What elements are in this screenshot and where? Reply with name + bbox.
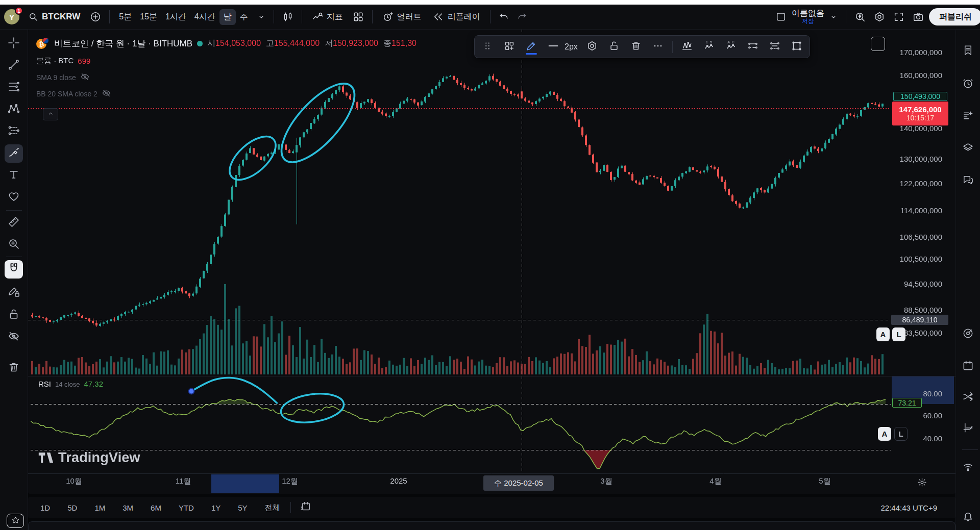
notifications-panel[interactable] [959,508,977,526]
alert-button[interactable]: 얼러트 [378,9,426,25]
range-button-1M[interactable]: 1M [89,501,110,514]
order-flow-panel[interactable] [959,388,977,407]
settings-button[interactable] [871,9,888,25]
watchlist-panel[interactable] [959,42,977,60]
divider [372,10,373,23]
price-scale-auto-button[interactable]: A [876,327,890,341]
parallel-lines-button[interactable] [767,39,782,55]
pane-maximize-button[interactable] [871,37,885,51]
interval-button-주[interactable]: 주 [236,9,252,25]
range-button-1D[interactable]: 1D [35,501,55,514]
crosshair-tool[interactable] [5,35,23,53]
text-tool[interactable] [5,166,23,185]
volume-legend-row: 볼륨 · BTC 699 [36,54,416,67]
replay-button[interactable]: 리플레이 [428,9,485,25]
favorites-toolbar-toggle[interactable] [7,514,24,528]
calendar-panel[interactable] [959,357,977,375]
hotlists-panel[interactable] [959,107,977,125]
alerts-panel[interactable] [959,75,977,93]
drawing-templates-button[interactable] [502,39,517,55]
eye-off-icon[interactable] [102,88,111,99]
delete-button[interactable] [628,39,644,55]
time-axis-settings-icon[interactable] [917,477,927,489]
emoji-tool[interactable] [5,188,23,207]
rectangle-tool-button[interactable] [789,39,804,55]
quick-search-button[interactable] [851,9,869,25]
zoom-in-tool[interactable] [5,236,23,254]
layout-button[interactable] [772,9,790,25]
more-button[interactable] [650,39,666,55]
remove-drawings-tool[interactable] [5,359,23,377]
drag-handle[interactable] [480,39,495,55]
last-price-label: 150,493,000 [893,92,947,101]
trend-line-tool[interactable] [5,57,23,75]
interval-button-날[interactable]: 날 [219,9,236,25]
user-avatar[interactable]: Y 1 [4,9,19,24]
price-tick: 83,500,000 [904,329,942,338]
rsi-scale-log-button[interactable]: L [894,427,908,441]
bottom-toolbar: 1D5D1M3M6MYTD1Y5Y전체 22:44:43 UTC+9 [28,497,955,518]
collapsed-pane-edge[interactable] [28,521,955,530]
strategy-panel[interactable] [959,419,977,438]
publish-button[interactable]: 퍼블리쉬 [929,8,980,26]
trend-dots-button[interactable] [745,39,761,55]
interval-button-1시간[interactable]: 1시간 [161,9,190,25]
range-button-5D[interactable]: 5D [62,501,82,514]
elliott-pattern-button[interactable] [679,39,695,55]
rsi-scale-auto-button[interactable]: A [878,427,891,441]
stay-drawing-mode-tool[interactable] [5,284,23,302]
price-scale-log-button[interactable]: L [892,327,905,341]
range-button-5Y[interactable]: 5Y [233,501,252,514]
interval-button-15분[interactable]: 15분 [136,9,161,25]
magnet-tool[interactable] [5,260,23,279]
indicators-label: 지표 [327,12,343,22]
compare-add-button[interactable] [87,9,104,25]
fib-tool[interactable] [5,79,23,97]
layout-menu-button[interactable] [826,10,841,23]
dots6-icon [482,40,493,54]
settings-button[interactable] [584,39,600,55]
range-button-전체[interactable]: 전체 [260,501,285,515]
clock[interactable]: 22:44:43 UTC+9 [881,503,949,512]
divider [6,257,22,257]
ohlc-item: 시154,053,000 [207,38,261,49]
brush-style-button[interactable] [524,39,539,55]
layout-name-button[interactable]: 이름없음 저장 [792,9,824,24]
symbol-search-button[interactable]: BTCKRW [23,9,85,24]
indicators-button[interactable]: 지표 [307,9,348,25]
range-button-3M[interactable]: 3M [117,501,138,514]
pattern-tool[interactable] [5,100,23,119]
save-link[interactable]: 저장 [802,18,814,24]
interval-button-4시간[interactable]: 4시간 [190,9,219,25]
symbol-title[interactable]: 비트코인 / 한국 원 · 1날 · BITHUMB [54,38,192,49]
object-tree-panel[interactable] [959,139,977,158]
eye-off-icon[interactable] [80,72,90,83]
redo-button[interactable] [514,9,530,24]
chart-type-button[interactable] [279,9,297,25]
legend-collapse-button[interactable] [43,108,58,120]
line-width-button[interactable] [546,39,561,55]
chat-panel[interactable] [959,171,977,190]
lock-drawings-tool[interactable] [5,306,23,324]
goto-date-button[interactable] [300,501,311,514]
abcd-pattern-button[interactable]: AC [723,39,739,55]
range-button-YTD[interactable]: YTD [174,501,199,514]
ruler-tool[interactable] [5,214,23,232]
indicator-templates-button[interactable] [350,9,367,25]
forecast-tool[interactable] [5,122,23,141]
range-button-1Y[interactable]: 1Y [206,501,226,514]
snapshot-button[interactable] [910,9,927,25]
hide-drawings-tool[interactable] [5,328,23,346]
grid-layout-icon [353,11,364,22]
market-status-dot[interactable] [197,41,203,46]
interval-menu-button[interactable] [254,10,268,23]
undo-button[interactable] [496,9,512,24]
streams-panel[interactable] [959,458,977,476]
fullscreen-button[interactable] [890,9,908,25]
range-button-6M[interactable]: 6M [145,501,166,514]
interval-button-5분[interactable]: 5분 [115,9,136,25]
lock-button[interactable] [606,39,622,55]
brush-tool[interactable] [5,144,23,163]
onefive-pattern-button[interactable]: 15 [701,39,717,55]
scanner-panel[interactable] [959,325,977,343]
